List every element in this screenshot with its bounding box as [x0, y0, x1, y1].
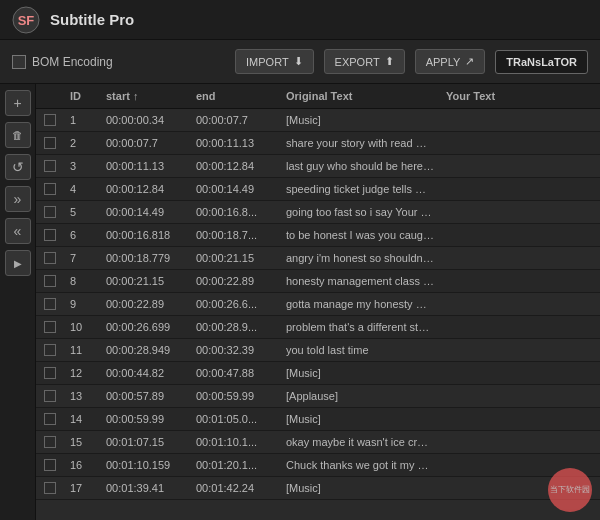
row-start: 00:00:21.15: [100, 275, 190, 287]
row-start: 00:00:16.818: [100, 229, 190, 241]
video-button[interactable]: ▶: [5, 250, 31, 276]
row-checkbox[interactable]: [44, 206, 56, 218]
row-end: 00:00:21.15: [190, 252, 280, 264]
delete-icon: 🗑: [12, 129, 23, 141]
row-checkbox[interactable]: [44, 436, 56, 448]
row-start: 00:00:07.7: [100, 137, 190, 149]
translator-label: TRaNsLaTOR: [506, 56, 577, 68]
row-start: 00:00:18.779: [100, 252, 190, 264]
row-id: 14: [64, 413, 100, 425]
apply-label: APPLY: [426, 56, 461, 68]
forward-button[interactable]: »: [5, 186, 31, 212]
row-end: 00:00:11.13: [190, 137, 280, 149]
app-logo: SF: [12, 6, 40, 34]
table-row: 5 00:00:14.49 00:00:16.8... going too fa…: [36, 201, 600, 224]
import-icon: ⬇: [294, 55, 303, 68]
row-start: 00:00:14.49: [100, 206, 190, 218]
row-checkbox[interactable]: [44, 160, 56, 172]
row-original-text: angry i'm honest so shouldn't ...: [280, 252, 440, 264]
row-checkbox-cell: [36, 275, 64, 287]
row-start: 00:01:39.41: [100, 482, 190, 494]
row-original-text: you told last time: [280, 344, 440, 356]
table-row: 11 00:00:28.949 00:00:32.39 you told las…: [36, 339, 600, 362]
apply-button[interactable]: APPLY ↗: [415, 49, 486, 74]
col-yourtext-header: Your Text: [440, 90, 600, 102]
row-checkbox-cell: [36, 390, 64, 402]
content-area: ID start ↑ end Original Text Your Text 1…: [36, 84, 600, 520]
row-checkbox[interactable]: [44, 367, 56, 379]
row-id: 3: [64, 160, 100, 172]
table-row: 1 00:00:00.34 00:00:07.7 [Music]: [36, 109, 600, 132]
table-row: 13 00:00:57.89 00:00:59.99 [Applause]: [36, 385, 600, 408]
col-id-header: ID: [64, 90, 100, 102]
row-end: 00:00:12.84: [190, 160, 280, 172]
row-checkbox-cell: [36, 160, 64, 172]
row-id: 2: [64, 137, 100, 149]
col-checkbox-header: [36, 90, 64, 102]
row-start: 00:00:26.699: [100, 321, 190, 333]
row-checkbox-cell: [36, 367, 64, 379]
add-button[interactable]: +: [5, 90, 31, 116]
refresh-button[interactable]: ↺: [5, 154, 31, 180]
delete-button[interactable]: 🗑: [5, 122, 31, 148]
row-id: 6: [64, 229, 100, 241]
row-id: 13: [64, 390, 100, 402]
row-original-text: okay maybe it wasn't ice crea...: [280, 436, 440, 448]
row-checkbox[interactable]: [44, 229, 56, 241]
row-checkbox-cell: [36, 413, 64, 425]
table-row: 12 00:00:44.82 00:00:47.88 [Music]: [36, 362, 600, 385]
export-label: EXPORT: [335, 56, 380, 68]
table-row: 17 00:01:39.41 00:01:42.24 [Music]: [36, 477, 600, 500]
back-icon: «: [14, 223, 22, 239]
row-id: 1: [64, 114, 100, 126]
row-end: 00:01:42.24: [190, 482, 280, 494]
row-checkbox[interactable]: [44, 413, 56, 425]
sidebar: + 🗑 ↺ » « ▶: [0, 84, 36, 520]
row-start: 00:00:59.99: [100, 413, 190, 425]
row-start: 00:00:57.89: [100, 390, 190, 402]
row-checkbox[interactable]: [44, 390, 56, 402]
row-checkbox[interactable]: [44, 137, 56, 149]
table-row: 7 00:00:18.779 00:00:21.15 angry i'm hon…: [36, 247, 600, 270]
bom-checkbox[interactable]: [12, 55, 26, 69]
row-checkbox[interactable]: [44, 459, 56, 471]
export-button[interactable]: EXPORT ⬆: [324, 49, 405, 74]
row-end: 00:00:28.9...: [190, 321, 280, 333]
row-checkbox[interactable]: [44, 275, 56, 287]
row-checkbox[interactable]: [44, 183, 56, 195]
translator-button[interactable]: TRaNsLaTOR: [495, 50, 588, 74]
refresh-icon: ↺: [12, 159, 24, 175]
row-end: 00:00:22.89: [190, 275, 280, 287]
row-checkbox-cell: [36, 137, 64, 149]
table-header: ID start ↑ end Original Text Your Text: [36, 84, 600, 109]
svg-text:SF: SF: [18, 13, 35, 28]
back-button[interactable]: «: [5, 218, 31, 244]
row-id: 17: [64, 482, 100, 494]
watermark: 当下软件园: [548, 468, 592, 512]
row-checkbox[interactable]: [44, 482, 56, 494]
table-row: 14 00:00:59.99 00:01:05.0... [Music]: [36, 408, 600, 431]
row-end: 00:01:05.0...: [190, 413, 280, 425]
import-button[interactable]: IMPORT ⬇: [235, 49, 314, 74]
row-start: 00:00:11.13: [100, 160, 190, 172]
row-checkbox[interactable]: [44, 114, 56, 126]
row-id: 5: [64, 206, 100, 218]
table-row: 4 00:00:12.84 00:00:14.49 speeding ticke…: [36, 178, 600, 201]
forward-icon: »: [14, 191, 22, 207]
table-row: 10 00:00:26.699 00:00:28.9... problem th…: [36, 316, 600, 339]
toolbar: BOM Encoding IMPORT ⬇ EXPORT ⬆ APPLY ↗ T…: [0, 40, 600, 84]
row-checkbox[interactable]: [44, 344, 56, 356]
row-checkbox[interactable]: [44, 321, 56, 333]
row-original-text: [Music]: [280, 114, 440, 126]
row-end: 00:00:18.7...: [190, 229, 280, 241]
col-original-header: Original Text: [280, 90, 440, 102]
import-label: IMPORT: [246, 56, 289, 68]
row-checkbox-cell: [36, 114, 64, 126]
row-end: 00:00:59.99: [190, 390, 280, 402]
row-checkbox[interactable]: [44, 298, 56, 310]
title-bar: SF Subtitle Pro: [0, 0, 600, 40]
row-checkbox[interactable]: [44, 252, 56, 264]
row-checkbox-cell: [36, 436, 64, 448]
export-icon: ⬆: [385, 55, 394, 68]
row-id: 10: [64, 321, 100, 333]
